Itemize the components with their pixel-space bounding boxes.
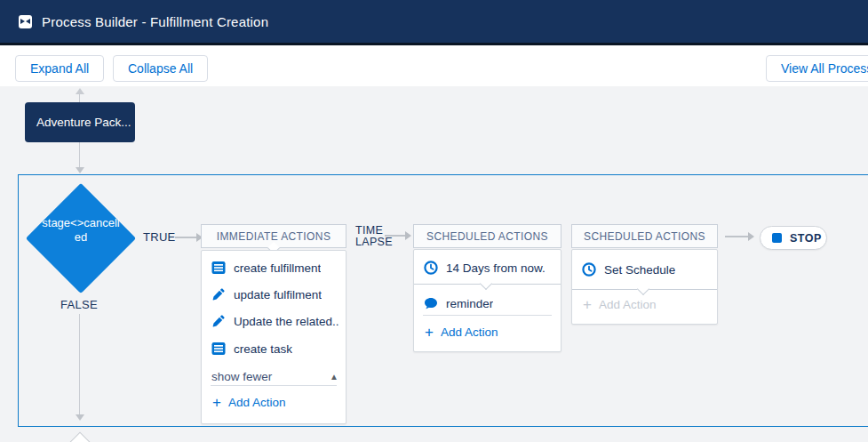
record-create-icon	[211, 261, 226, 275]
start-node-label: Adventure Pack...	[36, 116, 131, 129]
scheduled-actions-header-label: SCHEDULED ACTIONS	[584, 230, 705, 243]
add-action-button[interactable]: + Add Action	[212, 395, 285, 410]
schedule-label: Set Schedule	[604, 263, 675, 277]
action-item-label: reminder	[446, 297, 493, 310]
scheduled-actions-header-2: SCHEDULED ACTIONS	[571, 224, 718, 248]
view-all-processes-button[interactable]: View All Processes	[766, 55, 868, 82]
add-action-button[interactable]: + Add Action	[425, 325, 498, 340]
decision-label[interactable]: stage<>cancelled	[39, 216, 123, 245]
edit-pencil-icon	[211, 314, 226, 328]
true-branch-label: TRUE	[143, 230, 176, 244]
plus-icon: +	[583, 297, 592, 312]
arrowhead-right-icon	[748, 232, 754, 241]
stop-square-icon	[772, 233, 782, 243]
process-builder-icon	[19, 15, 32, 28]
divider	[423, 315, 552, 316]
scheduled-actions-header-1: SCHEDULED ACTIONS	[413, 224, 561, 248]
scheduled-actions-card-2: Set Schedule + Add Action	[571, 249, 718, 325]
add-action-label: Add Action	[599, 298, 657, 311]
false-branch-label: FALSE	[60, 298, 98, 311]
action-item[interactable]: create fulfillment	[211, 254, 338, 281]
start-node[interactable]: Adventure Pack...	[25, 102, 135, 142]
next-decision-diamond[interactable]	[58, 432, 103, 442]
collapse-all-button[interactable]: Collapse All	[113, 55, 208, 82]
record-create-icon	[211, 342, 226, 356]
stop-arrow-line	[725, 236, 748, 237]
schedule-label: 14 Days from now.	[446, 261, 545, 275]
edit-pencil-icon	[211, 287, 226, 301]
chat-bubble-icon	[424, 296, 438, 310]
scheduled-actions-header-label: SCHEDULED ACTIONS	[426, 230, 548, 243]
arrowhead-up-icon	[76, 88, 84, 94]
action-item[interactable]: reminder	[424, 290, 553, 317]
action-item-label: create fulfillment	[234, 261, 321, 275]
stop-label: STOP	[790, 232, 822, 245]
schedule-row[interactable]: 14 Days from now.	[424, 254, 553, 281]
plus-icon: +	[425, 325, 434, 340]
page-title: Process Builder - Fulfillment Creation	[42, 14, 268, 29]
action-item[interactable]: update fulfilment	[211, 281, 338, 308]
action-item-label: create task	[234, 342, 292, 356]
action-item-label: Update the related...	[234, 315, 338, 328]
process-builder-window: Process Builder - Fulfillment Creation E…	[0, 0, 868, 442]
arrowhead-down-icon	[76, 414, 84, 421]
scheduled-actions-card-1: 14 Days from now. reminder + Add Action	[413, 249, 561, 352]
toolbar: Expand All Collapse All View All Process…	[0, 45, 868, 86]
action-item[interactable]: Update the related...	[211, 308, 338, 334]
time-lapse-arrow-line	[385, 235, 405, 237]
clock-icon	[582, 262, 596, 277]
false-connector-line	[79, 314, 80, 414]
add-action-button-disabled: + Add Action	[583, 297, 656, 312]
add-action-label: Add Action	[228, 396, 286, 409]
immediate-actions-card: create fulfillment update fulfilment Upd…	[201, 250, 346, 424]
clock-icon	[424, 261, 438, 275]
schedule-notch	[637, 283, 649, 295]
action-item-label: update fulfilment	[234, 288, 322, 301]
time-lapse-label: TIME LAPSE	[355, 225, 400, 248]
connector-start-to-region	[79, 142, 80, 167]
collapse-caret-icon: ▲	[330, 372, 338, 382]
true-arrow-line	[175, 237, 196, 238]
arrowhead-right-icon	[405, 231, 411, 240]
show-fewer-label: show fewer	[211, 370, 272, 383]
app-header: Process Builder - Fulfillment Creation	[0, 0, 868, 43]
expand-all-button[interactable]: Expand All	[15, 55, 104, 82]
action-item[interactable]: create task	[211, 335, 338, 362]
stop-node: STOP	[760, 226, 827, 250]
divider	[211, 385, 337, 386]
process-canvas: Adventure Pack... stage<>cancelled TRUE …	[0, 86, 868, 442]
add-action-label: Add Action	[441, 325, 498, 339]
immediate-actions-header-label: IMMEDIATE ACTIONS	[217, 230, 331, 243]
connector-top	[79, 93, 80, 102]
arrowhead-down-icon	[76, 167, 84, 173]
set-schedule-row[interactable]: Set Schedule	[582, 256, 710, 283]
plus-icon: +	[212, 395, 221, 410]
